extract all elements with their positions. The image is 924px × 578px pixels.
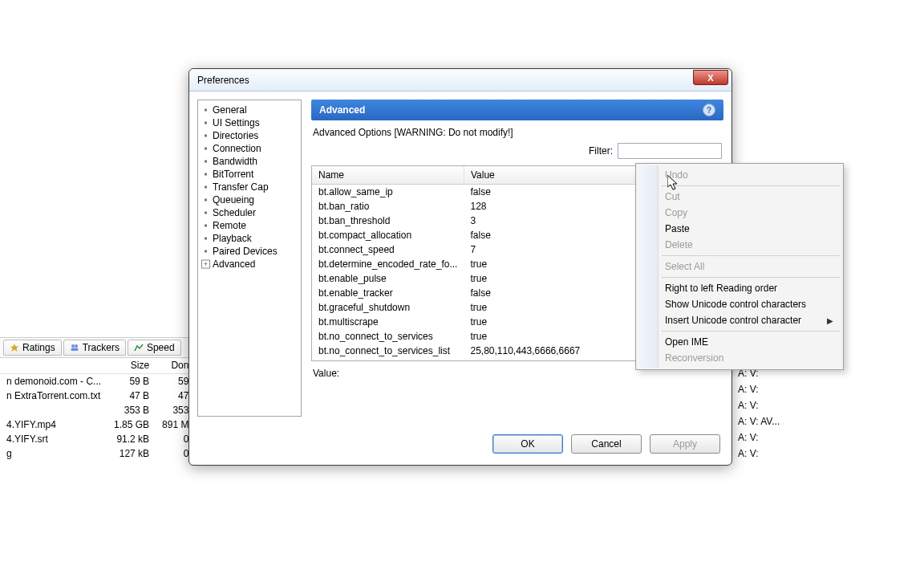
titlebar[interactable]: Preferences X bbox=[189, 69, 732, 92]
ctx-insert-unicode-control-character[interactable]: Insert Unicode control character▶ bbox=[638, 312, 841, 328]
ctx-delete: Delete bbox=[638, 237, 841, 253]
option-name: bt.ban_threshold bbox=[312, 214, 464, 228]
ctx-paste[interactable]: Paste bbox=[638, 221, 841, 237]
tab-speed[interactable]: Speed bbox=[128, 340, 181, 356]
tab-trackers[interactable]: Trackers bbox=[63, 340, 126, 356]
value-label: Value: bbox=[313, 368, 339, 379]
bg-file-name: g bbox=[0, 446, 107, 461]
filter-label: Filter: bbox=[589, 145, 613, 157]
tree-item-paired-devices[interactable]: Paired Devices bbox=[198, 245, 301, 258]
tree-item-bittorrent[interactable]: BitTorrent bbox=[198, 168, 301, 181]
bg-file-row[interactable]: n demonoid.com - C...59 B59 bbox=[0, 374, 195, 389]
context-separator bbox=[662, 185, 840, 186]
ctx-show-unicode-control-characters[interactable]: Show Unicode control characters bbox=[638, 296, 841, 312]
option-name: bt.multiscrape bbox=[312, 315, 464, 329]
apply-button[interactable]: Apply bbox=[650, 434, 720, 454]
tree-item-playback[interactable]: Playback bbox=[198, 232, 301, 245]
tree-item-ui-settings[interactable]: UI Settings bbox=[198, 116, 301, 129]
section-title: Advanced bbox=[319, 104, 365, 116]
dialog-buttons: OK Cancel Apply bbox=[189, 425, 732, 465]
svg-marker-0 bbox=[10, 344, 18, 352]
option-name: bt.determine_encoded_rate_fo... bbox=[312, 257, 464, 271]
bg-av-cell: A: V: bbox=[733, 446, 784, 461]
ctx-item-label: Copy bbox=[665, 207, 687, 218]
tree-item-transfer-cap[interactable]: Transfer Cap bbox=[198, 181, 301, 193]
context-separator bbox=[662, 255, 840, 256]
ctx-select-all: Select All bbox=[638, 258, 841, 275]
group-icon bbox=[70, 343, 79, 352]
option-name: bt.connect_speed bbox=[312, 242, 464, 257]
bg-file-row[interactable]: 4.YIFY.mp41.85 GB891 M bbox=[0, 417, 195, 432]
option-name: bt.enable_pulse bbox=[312, 271, 464, 286]
cancel-button[interactable]: Cancel bbox=[571, 434, 642, 454]
bg-file-row[interactable]: n ExtraTorrent.com.txt47 B47 bbox=[0, 389, 195, 403]
bg-file-name: 4.YIFY.mp4 bbox=[0, 417, 107, 432]
tree-item-directories[interactable]: Directories bbox=[198, 129, 301, 142]
bg-av-cell: A: V: AV... bbox=[733, 414, 784, 429]
option-name: bt.no_connect_to_services_list bbox=[312, 344, 464, 358]
svg-point-1 bbox=[71, 344, 75, 348]
close-icon: X bbox=[707, 73, 713, 83]
ctx-item-label: Select All bbox=[665, 261, 704, 272]
bg-av-cell: A: V: bbox=[733, 382, 784, 397]
tab-ratings-label: Ratings bbox=[22, 342, 55, 353]
option-name: bt.graceful_shutdown bbox=[312, 300, 464, 315]
bg-file-name: n demonoid.com - C... bbox=[0, 374, 107, 389]
bg-file-size: 353 B bbox=[107, 403, 156, 417]
ctx-item-label: Show Unicode control characters bbox=[665, 299, 806, 310]
ctx-item-label: Undo bbox=[665, 169, 688, 181]
ctx-item-label: Delete bbox=[665, 239, 693, 250]
category-tree[interactable]: GeneralUI SettingsDirectoriesConnectionB… bbox=[197, 100, 302, 417]
window-title: Preferences bbox=[197, 75, 693, 86]
ctx-right-to-left-reading-order[interactable]: Right to left Reading order bbox=[638, 280, 841, 296]
ctx-item-label: Open IME bbox=[665, 336, 708, 348]
bg-file-size: 47 B bbox=[107, 389, 156, 403]
ctx-cut: Cut bbox=[638, 189, 841, 205]
bg-file-name: 4.YIFY.srt bbox=[0, 432, 107, 446]
tree-item-general[interactable]: General bbox=[198, 104, 301, 116]
bg-detail-tabs: Ratings Trackers Speed bbox=[0, 337, 192, 358]
tab-speed-label: Speed bbox=[147, 342, 175, 353]
help-icon[interactable]: ? bbox=[703, 104, 715, 116]
ctx-undo: Undo bbox=[638, 167, 841, 183]
col-name[interactable]: Name bbox=[312, 166, 464, 185]
close-button[interactable]: X bbox=[693, 70, 728, 85]
tab-trackers-label: Trackers bbox=[83, 342, 120, 353]
ctx-copy: Copy bbox=[638, 205, 841, 221]
bg-col-name[interactable] bbox=[0, 357, 107, 374]
bg-col-size[interactable]: Size bbox=[107, 357, 156, 374]
tree-item-scheduler[interactable]: Scheduler bbox=[198, 206, 301, 219]
svg-rect-3 bbox=[71, 348, 78, 352]
option-name: bt.no_connect_to_services bbox=[312, 329, 464, 344]
bg-file-size: 1.85 GB bbox=[107, 417, 156, 432]
tree-item-advanced[interactable]: Advanced bbox=[198, 258, 301, 271]
ctx-item-label: Paste bbox=[665, 223, 690, 234]
tree-item-bandwidth[interactable]: Bandwidth bbox=[198, 155, 301, 168]
bg-file-size: 91.2 kB bbox=[107, 432, 156, 446]
bg-file-row[interactable]: 353 B353 bbox=[0, 403, 195, 417]
tree-item-remote[interactable]: Remote bbox=[198, 219, 301, 232]
option-name: bt.allow_same_ip bbox=[312, 185, 464, 200]
star-icon bbox=[10, 343, 19, 352]
ctx-item-label: Right to left Reading order bbox=[665, 283, 777, 294]
ctx-reconversion: Reconversion bbox=[638, 350, 841, 366]
chart-icon bbox=[134, 343, 144, 352]
tree-item-connection[interactable]: Connection bbox=[198, 142, 301, 155]
bg-file-table: Size Don n demonoid.com - C...59 B59n Ex… bbox=[0, 357, 192, 461]
filter-input[interactable] bbox=[618, 143, 722, 159]
bg-file-name: n ExtraTorrent.com.txt bbox=[0, 389, 107, 403]
context-separator bbox=[662, 277, 840, 278]
ok-button[interactable]: OK bbox=[492, 434, 563, 454]
ctx-open-ime[interactable]: Open IME bbox=[638, 334, 841, 350]
ctx-item-label: Insert Unicode control character bbox=[665, 315, 801, 326]
tab-ratings[interactable]: Ratings bbox=[3, 340, 62, 356]
ctx-item-label: Reconversion bbox=[665, 352, 723, 364]
option-name: bt.enable_tracker bbox=[312, 286, 464, 300]
bg-file-row[interactable]: g127 kB0 bbox=[0, 446, 195, 461]
bg-file-size: 59 B bbox=[107, 374, 156, 389]
bg-file-row[interactable]: 4.YIFY.srt91.2 kB0 bbox=[0, 432, 195, 446]
warning-label: Advanced Options [WARNING: Do not modify… bbox=[311, 120, 723, 141]
tree-item-queueing[interactable]: Queueing bbox=[198, 193, 301, 206]
section-header: Advanced ? bbox=[311, 100, 723, 120]
bg-file-name bbox=[0, 403, 107, 417]
